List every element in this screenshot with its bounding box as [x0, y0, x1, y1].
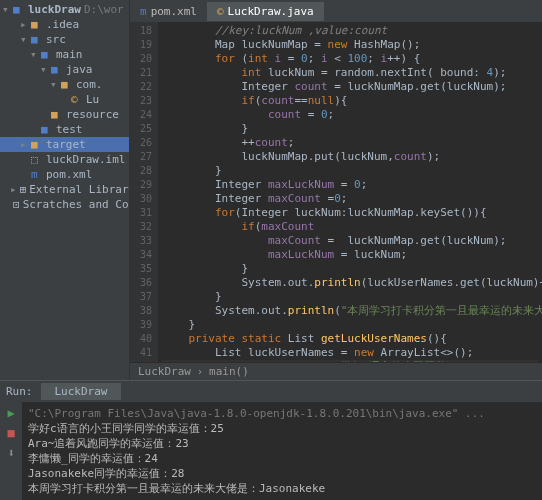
project-tree[interactable]: ▾■luckDraw D:\wor ▸■.idea▾■src▾■main▾■ja… [0, 0, 130, 380]
breadcrumb[interactable]: LuckDraw › main() [130, 362, 542, 380]
tree-item[interactable]: ■resource [0, 107, 129, 122]
down-icon[interactable]: ⬇ [7, 446, 14, 460]
line-gutter: 18 19 20 21 22 23 24 25 26 27 28 29 30 3… [130, 22, 158, 362]
code-editor[interactable]: 18 19 20 21 22 23 24 25 26 27 28 29 30 3… [130, 22, 542, 362]
tree-item[interactable]: ▸■target [0, 137, 129, 152]
tree-item[interactable]: ⊡Scratches and Co [0, 197, 129, 212]
run-panel: Run: LuckDraw ▶ ■ ⬇ "C:\Program Files\Ja… [0, 380, 542, 500]
tree-item[interactable]: ©Lu [0, 92, 129, 107]
tree-item[interactable]: ■test [0, 122, 129, 137]
project-root[interactable]: ▾■luckDraw D:\wor [0, 2, 129, 17]
tree-item[interactable]: ▾■com. [0, 77, 129, 92]
tree-item[interactable]: ▾■src [0, 32, 129, 47]
rerun-icon[interactable]: ▶ [7, 406, 14, 420]
tab-luckdraw[interactable]: ©LuckDraw.java [207, 2, 324, 21]
editor-tabs: mpom.xml ©LuckDraw.java [130, 0, 542, 22]
tree-item[interactable]: ▾■main [0, 47, 129, 62]
tree-item[interactable]: ▸■.idea [0, 17, 129, 32]
console-output[interactable]: "C:\Program Files\Java\java-1.8.0-openjd… [22, 402, 542, 500]
run-tab[interactable]: LuckDraw [41, 383, 122, 400]
tree-item[interactable]: ▸⊞External Libraries [0, 182, 129, 197]
tree-item[interactable]: ⬚luckDraw.iml [0, 152, 129, 167]
run-toolbar: ▶ ■ ⬇ [0, 402, 22, 500]
run-label: Run: [6, 385, 33, 398]
tab-pom[interactable]: mpom.xml [130, 2, 207, 21]
tree-item[interactable]: ▾■java [0, 62, 129, 77]
tree-item[interactable]: mpom.xml [0, 167, 129, 182]
stop-icon[interactable]: ■ [7, 426, 14, 440]
